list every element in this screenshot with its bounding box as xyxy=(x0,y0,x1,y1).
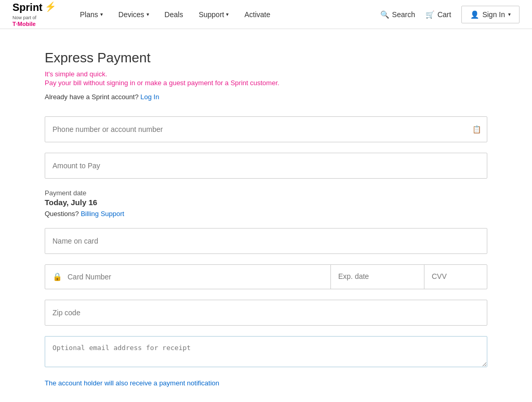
email-input[interactable] xyxy=(45,336,487,367)
lock-icon: 🔒 xyxy=(52,272,62,282)
subtitle2: Pay your bill without signing in or make… xyxy=(45,79,487,87)
nav-item-deals[interactable]: Deals xyxy=(157,0,191,29)
cart-button[interactable]: 🛒 Cart xyxy=(425,10,451,19)
amount-field-group xyxy=(45,153,487,179)
chevron-down-icon: ▾ xyxy=(147,11,149,17)
logo-name: Sprint xyxy=(12,2,43,13)
card-row: 🔒 xyxy=(45,264,487,289)
search-icon: 🔍 xyxy=(380,10,389,19)
exp-date-input[interactable] xyxy=(338,272,417,280)
chevron-down-icon: ▾ xyxy=(226,11,229,17)
email-field-group xyxy=(45,336,487,369)
chevron-down-icon: ▾ xyxy=(100,11,103,17)
name-on-card-input[interactable] xyxy=(45,228,487,254)
search-button[interactable]: 🔍 Search xyxy=(380,10,415,19)
nav-item-plans[interactable]: Plans ▾ xyxy=(73,0,110,29)
phone-field-group: 📋 xyxy=(45,116,487,142)
exp-date-field xyxy=(331,265,424,289)
logo-tmobile-text: T·Mobile xyxy=(12,21,56,27)
cart-icon: 🛒 xyxy=(425,10,434,19)
nav-links: Plans ▾ Devices ▾ Deals Support ▾ Activa… xyxy=(73,0,380,29)
navbar: Sprint ⚡ Now part of T·Mobile Plans ▾ De… xyxy=(0,0,532,29)
notification-text: The account holder will also receive a p… xyxy=(45,379,487,387)
zip-field-group xyxy=(45,300,487,326)
phone-input[interactable] xyxy=(45,116,487,142)
logo-bolt-icon: ⚡ xyxy=(45,2,56,12)
nav-item-devices[interactable]: Devices ▾ xyxy=(111,0,156,29)
name-on-card-group xyxy=(45,228,487,254)
login-link[interactable]: Log In xyxy=(140,93,159,101)
nav-item-activate[interactable]: Activate xyxy=(237,0,277,29)
card-number-field: 🔒 xyxy=(45,265,331,289)
phone-icon: 📋 xyxy=(472,125,481,133)
chevron-down-icon: ▾ xyxy=(508,11,511,17)
subtitle1: It's simple and quick. xyxy=(45,70,487,78)
zip-input[interactable] xyxy=(45,300,487,326)
cvv-input[interactable] xyxy=(432,272,480,280)
payment-date-section: Payment date Today, July 16 Questions? B… xyxy=(45,189,487,218)
payment-date-label: Payment date xyxy=(45,189,487,197)
card-number-input[interactable] xyxy=(68,273,323,281)
billing-support-link[interactable]: Billing Support xyxy=(81,210,124,218)
billing-support-text: Questions? Billing Support xyxy=(45,210,487,218)
amount-input[interactable] xyxy=(45,153,487,179)
logo-sub-text: Now part of xyxy=(12,13,56,21)
page-title: Express Payment xyxy=(45,50,487,66)
logo-sprint-text: Sprint ⚡ xyxy=(12,2,56,13)
logo[interactable]: Sprint ⚡ Now part of T·Mobile xyxy=(12,2,56,27)
nav-right: 🔍 Search 🛒 Cart 👤 Sign In ▾ xyxy=(380,6,520,23)
account-text: Already have a Sprint account? Log In xyxy=(45,93,487,101)
sign-in-button[interactable]: 👤 Sign In ▾ xyxy=(461,6,520,23)
user-icon: 👤 xyxy=(470,10,479,19)
nav-item-support[interactable]: Support ▾ xyxy=(191,0,236,29)
cvv-field xyxy=(424,265,487,289)
main-content: Express Payment It's simple and quick. P… xyxy=(32,29,500,402)
payment-date-value: Today, July 16 xyxy=(45,198,487,207)
